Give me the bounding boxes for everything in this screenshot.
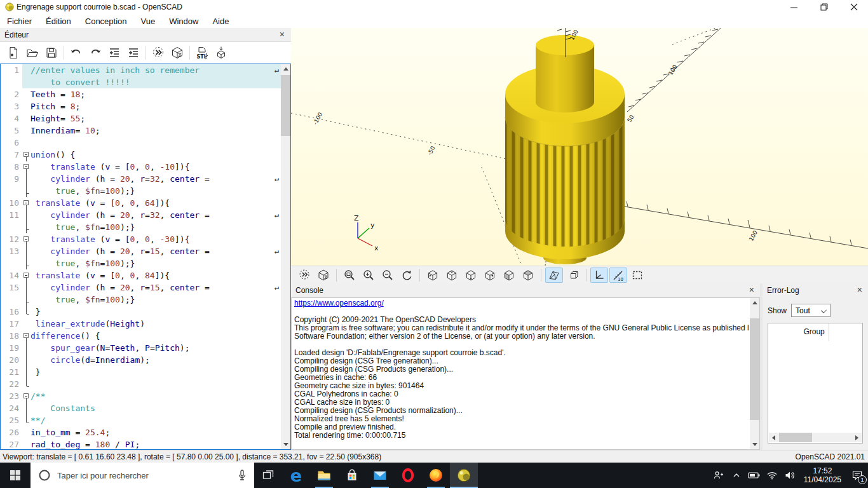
scroll-left-icon[interactable]	[769, 433, 778, 442]
indent-button[interactable]	[124, 44, 143, 62]
view-left-button[interactable]	[481, 268, 499, 283]
code-row[interactable]: 5Innerdiam= 10;	[1, 125, 281, 137]
restore-button[interactable]	[810, 0, 838, 14]
scroll-up-icon[interactable]	[281, 64, 290, 74]
volume-icon[interactable]	[782, 463, 797, 488]
code-row[interactable]: 14 translate (v = [0, 0, 84]){	[1, 269, 281, 281]
close-button[interactable]	[839, 0, 868, 14]
wifi-icon[interactable]	[764, 463, 780, 488]
view-top-button[interactable]	[443, 268, 461, 283]
zoom-in-button[interactable]	[360, 268, 377, 283]
code-row[interactable]: 1//enter values in inch so remember↵	[1, 64, 281, 76]
code-row[interactable]: true, $fn=100);}	[1, 257, 281, 269]
editor-panel-header[interactable]: Éditeur ×	[0, 28, 291, 42]
error-log-table[interactable]: Group	[768, 323, 863, 444]
code-row[interactable]: true, $fn=100);}	[1, 185, 281, 197]
preview-button[interactable]	[149, 44, 168, 62]
code-editor[interactable]: 1//enter values in inch so remember↵ to …	[0, 64, 291, 450]
preview-button[interactable]	[295, 268, 313, 283]
console-close-icon[interactable]: ×	[749, 285, 754, 294]
view-back-button[interactable]	[519, 268, 537, 283]
3d-viewport[interactable]: 100 50 100 -100 -50	[291, 28, 868, 266]
menu-item-4[interactable]: Window	[162, 15, 205, 27]
open-file-button[interactable]	[23, 44, 42, 62]
editor-close-icon[interactable]: ×	[280, 30, 285, 39]
code-row[interactable]: 22	[1, 378, 281, 390]
new-file-button[interactable]	[4, 44, 23, 62]
perspective-button[interactable]	[545, 268, 563, 283]
scroll-up-icon[interactable]	[750, 298, 759, 308]
show-scale-markers-button[interactable]: 10	[609, 268, 627, 283]
taskbar-item-firefox[interactable]	[422, 463, 450, 488]
start-button[interactable]	[0, 463, 31, 488]
view-all-button[interactable]	[628, 268, 646, 283]
search-input[interactable]	[57, 471, 236, 480]
taskbar-item-edge[interactable]: e	[282, 463, 310, 488]
render-button[interactable]	[168, 44, 187, 62]
editor-code-rows[interactable]: 1//enter values in inch so remember↵ to …	[1, 64, 281, 449]
microphone-icon[interactable]	[236, 469, 248, 482]
code-row[interactable]: 20 circle(d=Innerdiam);	[1, 354, 281, 366]
code-row[interactable]: 8 translate (v = [0, 0, -10]){	[1, 161, 281, 173]
console-link[interactable]: https://www.openscad.org/	[294, 299, 749, 308]
code-row[interactable]: 7union() {	[1, 149, 281, 161]
code-row[interactable]: to convert !!!!!	[1, 76, 281, 88]
print-3d-button[interactable]	[212, 44, 231, 62]
undo-button[interactable]	[67, 44, 86, 62]
scroll-down-icon[interactable]	[750, 440, 759, 449]
chevron-up-icon[interactable]	[729, 463, 744, 488]
code-row[interactable]: 4Height= 55;	[1, 112, 281, 125]
menu-item-1[interactable]: Édition	[39, 15, 78, 27]
taskbar-clock[interactable]: 17:52 11/04/2025	[804, 466, 841, 484]
code-row[interactable]: 11 cylinder (h = 20, r=32, center = ↵	[1, 209, 281, 221]
taskbar-item-mail[interactable]	[366, 463, 394, 488]
code-row[interactable]: 17 linear_extrude(Height)	[1, 318, 281, 330]
code-row[interactable]: 23/**	[1, 390, 281, 402]
save-button[interactable]	[42, 44, 61, 62]
zoom-all-button[interactable]	[341, 268, 358, 283]
console-header[interactable]: Console ×	[291, 283, 760, 297]
console-body[interactable]: https://www.openscad.org/Copyright (C) 2…	[291, 297, 760, 450]
menu-item-0[interactable]: Fichier	[0, 15, 39, 27]
view-bottom-button[interactable]	[462, 268, 480, 283]
taskbar-search[interactable]	[31, 463, 254, 488]
zoom-out-button[interactable]	[379, 268, 397, 283]
code-row[interactable]: 12 translate (v = [0, 0, -30]){	[1, 233, 281, 245]
console-scrollbar[interactable]	[750, 298, 759, 449]
view-right-button[interactable]	[424, 268, 442, 283]
code-row[interactable]: 25**/	[1, 414, 281, 426]
task-view-button[interactable]	[254, 463, 282, 488]
menu-item-5[interactable]: Aide	[205, 15, 236, 27]
render-button[interactable]	[315, 268, 332, 283]
error-log-hscrollbar-thumb[interactable]	[779, 433, 812, 442]
console-scrollbar-thumb[interactable]	[750, 318, 759, 420]
code-row[interactable]: 6	[1, 137, 281, 149]
code-row[interactable]: 26in_to_mm = 25.4;	[1, 426, 281, 438]
unindent-button[interactable]	[105, 44, 124, 62]
minimize-button[interactable]	[780, 0, 808, 14]
error-log-header[interactable]: Error-Log ×	[763, 283, 868, 297]
menu-item-2[interactable]: Conception	[78, 15, 134, 27]
taskbar-item-file-explorer[interactable]	[310, 463, 338, 488]
code-row[interactable]: true, $fn=100);}	[1, 221, 281, 233]
error-log-hscrollbar[interactable]	[769, 433, 862, 442]
code-row[interactable]: 2Teeth = 18;	[1, 88, 281, 100]
code-row[interactable]: 13 cylinder (h = 20, r=15, center = ↵	[1, 245, 281, 257]
editor-scrollbar-thumb[interactable]	[281, 75, 290, 136]
taskbar-item-openscad[interactable]	[450, 463, 478, 488]
code-row[interactable]: 19 spur_gear(N=Teeth, P=Pitch);	[1, 342, 281, 354]
redo-button[interactable]	[86, 44, 105, 62]
menu-item-3[interactable]: Vue	[134, 15, 163, 27]
people-icon[interactable]	[711, 463, 726, 488]
code-row[interactable]: true, $fn=100);}	[1, 294, 281, 306]
code-row[interactable]: 24 Constants	[1, 402, 281, 414]
error-log-close-icon[interactable]: ×	[857, 285, 862, 294]
taskbar-item-store[interactable]	[338, 463, 366, 488]
taskbar-item-opera[interactable]	[394, 463, 422, 488]
show-axes-button[interactable]	[590, 268, 608, 283]
code-row[interactable]: 3Pitch = 8;	[1, 100, 281, 112]
scroll-down-icon[interactable]	[281, 440, 290, 449]
action-center-button[interactable]: 1	[846, 463, 868, 488]
reset-view-button[interactable]	[398, 268, 416, 283]
error-filter-select[interactable]: Tout	[791, 304, 831, 317]
